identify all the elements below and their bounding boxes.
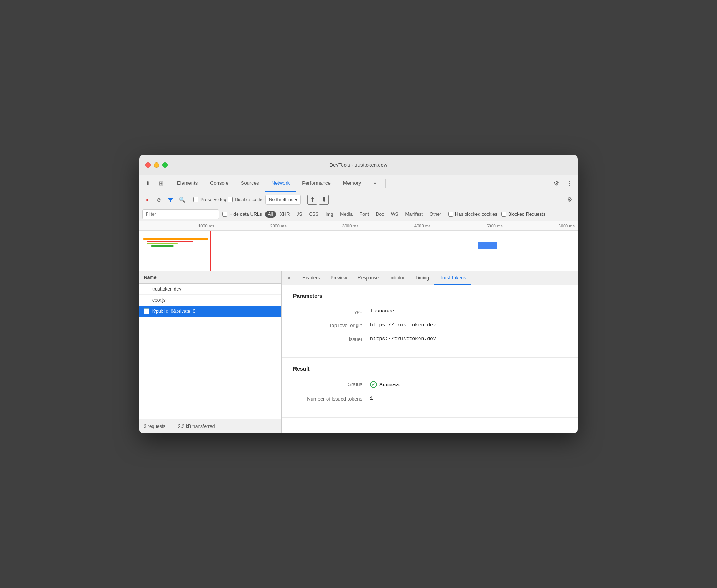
filter-type-media[interactable]: Media xyxy=(337,211,356,218)
tab-bar-right: ⚙ ⋮ xyxy=(551,178,575,189)
traffic-lights xyxy=(145,162,168,168)
filter-type-js[interactable]: JS xyxy=(293,211,305,218)
parameters-section: Parameters Type Issuance Top level origi… xyxy=(282,285,578,358)
title-bar: DevTools - trusttoken.dev/ xyxy=(139,155,578,175)
request-name-trusttoken: trusttoken.dev xyxy=(152,286,181,292)
request-item-trusttoken[interactable]: trusttoken.dev xyxy=(139,284,281,295)
settings-icon-btn[interactable]: ⚙ xyxy=(551,178,562,189)
tab-console[interactable]: Console xyxy=(204,175,235,192)
import-button[interactable]: ⬆ xyxy=(307,195,317,205)
left-panel-header: Name xyxy=(139,271,281,284)
filter-bar: Hide data URLs All XHR JS CSS Img Media … xyxy=(139,207,578,221)
tokens-value: 1 xyxy=(370,396,373,401)
filter-type-all[interactable]: All xyxy=(265,211,276,218)
issuer-label: Issuer xyxy=(293,336,362,342)
window-title: DevTools - trusttoken.dev/ xyxy=(330,162,387,168)
toolbar-sep-1 xyxy=(190,196,190,204)
network-settings-button[interactable]: ⚙ xyxy=(565,195,575,205)
top-level-origin-value: https://trusttoken.dev xyxy=(370,322,436,328)
type-row: Type Issuance xyxy=(293,308,566,314)
filter-button[interactable] xyxy=(165,195,175,205)
close-traffic-light[interactable] xyxy=(145,162,151,168)
tab-bar: ⬆ ⊞ Elements Console Sources Network Per… xyxy=(139,175,578,192)
filter-type-xhr[interactable]: XHR xyxy=(277,211,293,218)
parameters-title: Parameters xyxy=(293,293,566,299)
has-blocked-cookies-checkbox[interactable] xyxy=(448,212,453,217)
timeline-bar-purple xyxy=(147,243,178,244)
timeline-bar-red xyxy=(147,241,193,242)
timeline-dcl-marker xyxy=(210,231,211,271)
tab-elements[interactable]: Elements xyxy=(171,175,204,192)
timeline-bar-orange xyxy=(143,238,208,240)
throttle-select[interactable]: No throttling ▾ xyxy=(265,195,301,205)
type-label: Type xyxy=(293,308,362,314)
close-panel-button[interactable]: × xyxy=(285,274,294,283)
filter-type-manifest[interactable]: Manifest xyxy=(402,211,426,218)
filter-input[interactable] xyxy=(142,209,219,219)
footer-transferred: 2.2 kB transferred xyxy=(178,424,215,429)
ruler-1000ms: 1000 ms xyxy=(142,224,214,228)
maximize-traffic-light[interactable] xyxy=(162,162,168,168)
minimize-traffic-light[interactable] xyxy=(154,162,159,168)
record-button[interactable]: ● xyxy=(142,195,152,205)
timeline-waterfall-bars xyxy=(143,238,208,247)
hide-data-urls-label[interactable]: Hide data URLs xyxy=(222,212,262,217)
ruler-2000ms: 2000 ms xyxy=(214,224,286,228)
timeline-bar-green xyxy=(151,245,174,247)
search-button[interactable]: 🔍 xyxy=(177,195,187,205)
layers-icon-btn[interactable]: ⊞ xyxy=(155,178,166,189)
issuer-row: Issuer https://trusttoken.dev xyxy=(293,336,566,342)
disable-cache-label[interactable]: Disable cache xyxy=(228,197,263,202)
timeline[interactable]: 1000 ms 2000 ms 3000 ms 4000 ms 5000 ms … xyxy=(139,221,578,271)
has-blocked-cookies-label[interactable]: Has blocked cookies xyxy=(448,212,497,217)
filter-type-css[interactable]: CSS xyxy=(306,211,322,218)
blocked-requests-label[interactable]: Blocked Requests xyxy=(501,212,545,217)
panel-tab-response[interactable]: Response xyxy=(352,271,384,285)
tab-bar-icons: ⬆ ⊞ xyxy=(142,178,166,189)
status-value: Success xyxy=(379,382,400,388)
file-icon-cbor xyxy=(144,297,149,303)
preserve-log-checkbox[interactable] xyxy=(193,197,198,202)
filter-type-doc[interactable]: Doc xyxy=(373,211,387,218)
filter-type-other[interactable]: Other xyxy=(427,211,444,218)
ruler-3000ms: 3000 ms xyxy=(287,224,358,228)
result-section: Result Status ✓ Success Number of issued… xyxy=(282,358,578,418)
right-panel: × Headers Preview Response Initiator Tim… xyxy=(282,271,578,433)
request-item-issuance[interactable]: i?public=0&private=0 xyxy=(139,306,281,317)
panel-tab-headers[interactable]: Headers xyxy=(297,271,325,285)
more-icon-btn[interactable]: ⋮ xyxy=(564,178,575,189)
panel-tab-initiator[interactable]: Initiator xyxy=(384,271,410,285)
panel-tab-trust-tokens[interactable]: Trust Tokens xyxy=(434,271,471,285)
tab-more[interactable]: » xyxy=(367,175,382,192)
tab-sources[interactable]: Sources xyxy=(235,175,265,192)
chevron-down-icon: ▾ xyxy=(295,197,297,202)
top-level-origin-row: Top level origin https://trusttoken.dev xyxy=(293,322,566,328)
tab-memory[interactable]: Memory xyxy=(337,175,367,192)
timeline-load-marker xyxy=(478,242,497,249)
export-button[interactable]: ⬇ xyxy=(319,195,329,205)
blocked-requests-checkbox[interactable] xyxy=(501,212,506,217)
panel-tab-preview[interactable]: Preview xyxy=(325,271,352,285)
footer-requests: 3 requests xyxy=(144,424,165,429)
panel-tab-timing[interactable]: Timing xyxy=(410,271,434,285)
result-title: Result xyxy=(293,366,566,372)
file-icon xyxy=(144,286,149,292)
cursor-icon-btn[interactable]: ⬆ xyxy=(142,178,153,189)
top-level-origin-label: Top level origin xyxy=(293,322,362,328)
preserve-log-label[interactable]: Preserve log xyxy=(193,197,226,202)
filter-type-ws[interactable]: WS xyxy=(388,211,401,218)
filter-type-img[interactable]: Img xyxy=(322,211,336,218)
hide-data-urls-checkbox[interactable] xyxy=(222,212,227,217)
tab-network[interactable]: Network xyxy=(265,175,296,192)
main-content: Name trusttoken.dev cbor.js i?public=0&p… xyxy=(139,271,578,433)
toolbar: ● ⊘ 🔍 Preserve log Disable cache No thro… xyxy=(139,192,578,207)
footer-separator xyxy=(172,423,172,429)
request-item-cbor[interactable]: cbor.js xyxy=(139,295,281,306)
right-panel-tabs: × Headers Preview Response Initiator Tim… xyxy=(282,271,578,285)
disable-cache-checkbox[interactable] xyxy=(228,197,233,202)
filter-types: All XHR JS CSS Img Media Font Doc WS Man… xyxy=(265,211,545,218)
status-value-container: ✓ Success xyxy=(370,381,400,388)
block-button[interactable]: ⊘ xyxy=(154,195,164,205)
tab-performance[interactable]: Performance xyxy=(296,175,337,192)
filter-type-font[interactable]: Font xyxy=(357,211,372,218)
